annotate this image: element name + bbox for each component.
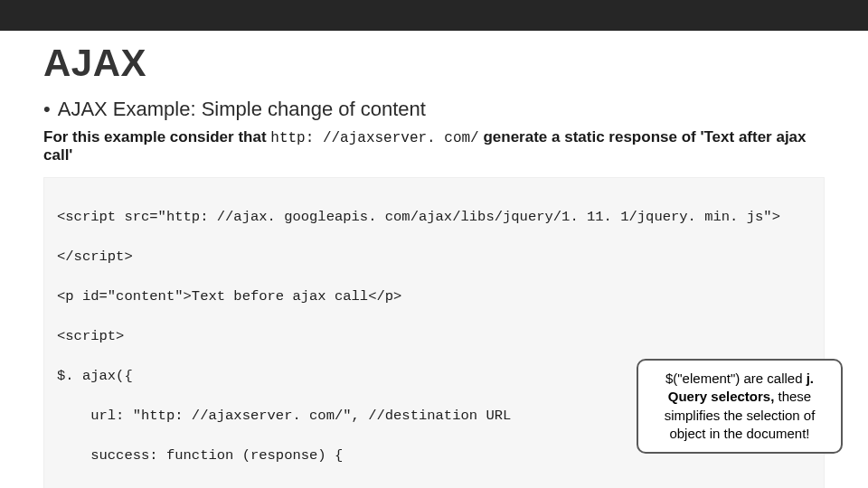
code-line: <script> bbox=[57, 326, 811, 346]
bullet-row: • AJAX Example: Simple change of content bbox=[43, 98, 825, 121]
code-text: url: "http: //ajaxserver. com/", //desti… bbox=[57, 408, 511, 424]
code-line: </script> bbox=[57, 247, 811, 267]
top-bar bbox=[0, 0, 868, 31]
desc-pre: For this example consider that bbox=[43, 128, 270, 145]
desc-inline-code: http: //ajaxserver. com/ bbox=[270, 130, 478, 146]
callout-part1: $("element") are called bbox=[665, 371, 807, 386]
bullet-dot-icon: • bbox=[43, 99, 51, 119]
slide-subtitle: AJAX Example: Simple change of content bbox=[58, 98, 426, 121]
code-line: <script src="http: //ajax. googleapis. c… bbox=[57, 207, 811, 227]
callout-box: $("element") are called j. Query selecto… bbox=[637, 359, 843, 454]
code-text: <script src="http: //ajax. googleapis. c… bbox=[57, 209, 780, 225]
slide-title: AJAX bbox=[43, 42, 825, 85]
code-text: <p id="content">Text before ajax call</p… bbox=[57, 288, 401, 305]
slide-description: For this example consider that http: //a… bbox=[43, 128, 825, 164]
code-line: <p id="content">Text before ajax call</p… bbox=[57, 286, 811, 306]
